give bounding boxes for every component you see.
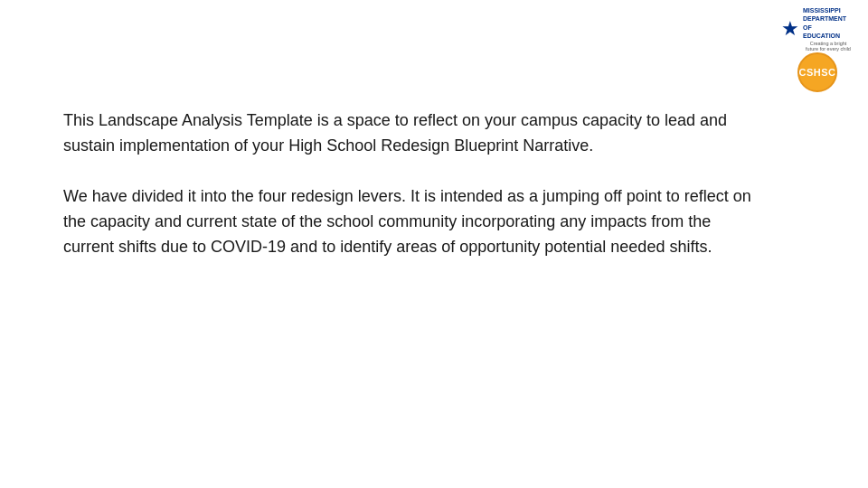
page-container: ★ MISSISSIPPI DEPARTMENT OF EDUCATION Cr… [0, 0, 868, 488]
logo-area: ★ MISSISSIPPI DEPARTMENT OF EDUCATION Cr… [781, 9, 854, 92]
mde-logo: ★ MISSISSIPPI DEPARTMENT OF EDUCATION Cr… [781, 9, 854, 49]
mde-logo-subtitle: Creating a bright future for every child [803, 41, 854, 52]
paragraph-2: We have divided it into the four redesig… [63, 184, 760, 260]
content-area: This Landscape Analysis Template is a sp… [63, 108, 760, 285]
cshsc-badge: CSHSC [797, 52, 837, 92]
mde-logo-text: MISSISSIPPI DEPARTMENT OF EDUCATION [803, 6, 854, 39]
mde-star-icon: ★ [781, 19, 799, 39]
paragraph-1: This Landscape Analysis Template is a sp… [63, 108, 760, 159]
